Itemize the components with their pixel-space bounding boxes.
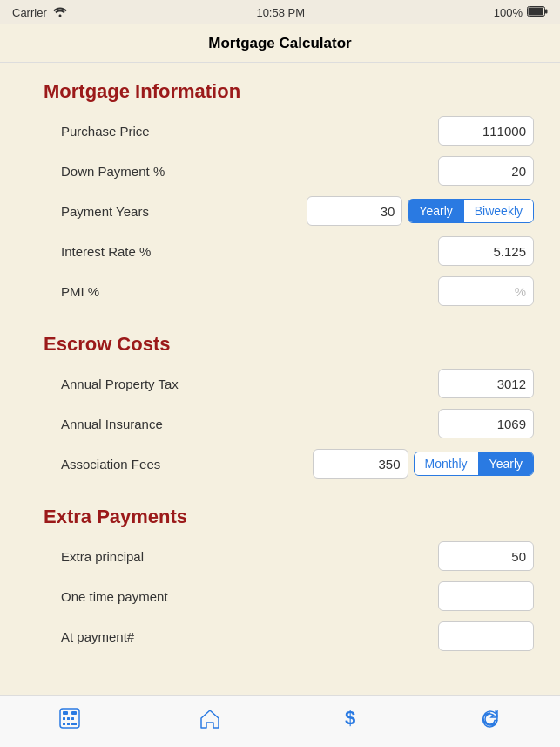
down-payment-input[interactable]: [438, 156, 534, 186]
down-payment-input-wrap: [438, 156, 534, 186]
svg-text:$: $: [345, 707, 355, 729]
extra-payments-section: Extra Payments Extra principal One time …: [44, 506, 534, 652]
at-payment-input-wrap: [438, 621, 534, 651]
extra-payments-section-title: Extra Payments: [44, 506, 534, 528]
property-tax-input-wrap: [438, 369, 534, 398]
payment-years-row: Payment Years Yearly Biweekly: [44, 195, 534, 227]
svg-rect-1: [528, 7, 543, 15]
extra-principal-label: Extra principal: [44, 549, 438, 564]
tab-home[interactable]: [180, 701, 240, 742]
interest-rate-input-wrap: [438, 236, 534, 266]
association-fees-toggle: Monthly Yearly: [414, 452, 534, 476]
association-fees-label: Association Fees: [44, 457, 313, 472]
battery-label: 100%: [494, 6, 523, 19]
yearly-fees-btn[interactable]: Yearly: [479, 452, 533, 475]
pmi-row: PMI %: [44, 275, 534, 307]
at-payment-label: At payment#: [44, 629, 438, 644]
nav-title: Mortgage Calculator: [208, 35, 351, 52]
svg-rect-8: [71, 717, 74, 720]
time-label: 10:58 PM: [256, 6, 305, 19]
purchase-price-input-wrap: [438, 116, 534, 146]
status-bar: Carrier 10:58 PM 100%: [0, 0, 560, 24]
status-left: Carrier: [12, 5, 68, 20]
battery-icon: [527, 6, 548, 19]
down-payment-row: Down Payment %: [44, 155, 534, 187]
wifi-icon: [52, 5, 68, 20]
interest-rate-label: Interest Rate %: [44, 244, 438, 259]
biweekly-btn[interactable]: Biweekly: [464, 200, 533, 222]
pmi-input[interactable]: [438, 276, 534, 306]
svg-rect-9: [63, 723, 65, 725]
at-payment-row: At payment#: [44, 621, 534, 652]
purchase-price-label: Purchase Price: [44, 124, 438, 139]
home-icon: [198, 706, 222, 737]
tab-dollar[interactable]: $: [320, 701, 380, 742]
annual-insurance-input-wrap: [438, 409, 534, 438]
tab-bar: $: [0, 695, 560, 747]
payment-years-toggle: Yearly Biweekly: [408, 199, 534, 223]
svg-rect-2: [545, 9, 548, 13]
one-time-payment-label: One time payment: [44, 589, 438, 604]
escrow-section: Escrow Costs Annual Property Tax Annual …: [44, 333, 534, 479]
mortgage-section: Mortgage Information Purchase Price Down…: [44, 80, 534, 307]
svg-rect-4: [63, 711, 68, 715]
tab-calculator[interactable]: [40, 701, 99, 742]
annual-insurance-row: Annual Insurance: [44, 408, 534, 439]
property-tax-label: Annual Property Tax: [44, 377, 438, 391]
extra-principal-row: Extra principal: [44, 540, 534, 572]
at-payment-input[interactable]: [438, 621, 534, 651]
svg-rect-10: [67, 723, 70, 725]
nav-bar: Mortgage Calculator: [0, 24, 560, 63]
mortgage-section-title: Mortgage Information: [44, 80, 534, 103]
svg-rect-11: [71, 723, 77, 725]
svg-rect-6: [63, 717, 65, 720]
pmi-input-wrap: [438, 276, 534, 306]
extra-principal-input-wrap: [438, 541, 534, 571]
payment-years-label: Payment Years: [44, 204, 307, 219]
tab-refresh[interactable]: [461, 701, 520, 742]
monthly-btn[interactable]: Monthly: [415, 452, 479, 475]
main-content: Mortgage Information Purchase Price Down…: [0, 63, 560, 695]
purchase-price-input[interactable]: [438, 116, 534, 146]
svg-rect-7: [67, 717, 70, 720]
property-tax-row: Annual Property Tax: [44, 368, 534, 399]
property-tax-input[interactable]: [438, 369, 534, 398]
dollar-icon: $: [338, 706, 362, 737]
one-time-payment-input-wrap: [438, 581, 534, 611]
extra-principal-input[interactable]: [438, 541, 534, 571]
payment-years-input-wrap: Yearly Biweekly: [307, 196, 534, 226]
one-time-payment-row: One time payment: [44, 581, 534, 612]
association-fees-row: Association Fees Monthly Yearly: [44, 448, 534, 479]
annual-insurance-label: Annual Insurance: [44, 417, 438, 431]
carrier-label: Carrier: [12, 6, 47, 19]
refresh-icon: [478, 706, 503, 737]
association-fees-input[interactable]: [313, 449, 408, 479]
escrow-section-title: Escrow Costs: [44, 333, 534, 356]
interest-rate-input[interactable]: [438, 236, 534, 266]
down-payment-label: Down Payment %: [44, 164, 438, 179]
annual-insurance-input[interactable]: [438, 409, 534, 438]
calculator-icon: [57, 706, 82, 737]
purchase-price-row: Purchase Price: [44, 115, 534, 146]
association-fees-input-wrap: Monthly Yearly: [313, 449, 534, 479]
payment-years-input[interactable]: [307, 196, 402, 226]
svg-rect-5: [71, 711, 77, 715]
yearly-btn[interactable]: Yearly: [408, 200, 463, 222]
interest-rate-row: Interest Rate %: [44, 235, 534, 267]
status-right: 100%: [494, 6, 548, 19]
one-time-payment-input[interactable]: [438, 581, 534, 611]
pmi-label: PMI %: [44, 284, 438, 299]
